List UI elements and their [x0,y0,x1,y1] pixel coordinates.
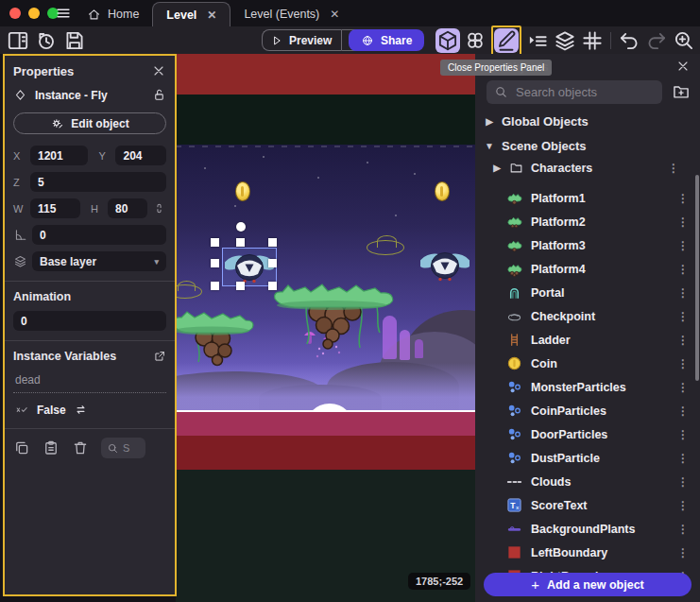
selection-handle[interactable] [211,238,219,247]
group-scene-objects[interactable]: ▼ Scene Objects [485,139,587,153]
selection-handle[interactable] [268,238,277,247]
selection-handle[interactable] [236,238,245,247]
history-icon[interactable] [34,28,59,53]
copy-icon[interactable] [13,439,30,456]
redo-icon[interactable] [644,28,669,53]
object-list-item[interactable]: DustParticle⋮ [475,446,700,470]
dots-icon[interactable]: ⋮ [677,263,689,276]
object-list-item[interactable]: CoinParticles⋮ [475,399,700,422]
minimize-window-button[interactable] [28,8,40,19]
platform-sprite[interactable] [176,307,257,371]
close-properties-icon[interactable] [151,63,166,78]
z-field[interactable] [30,172,166,192]
variables-search[interactable] [101,438,145,458]
undo-icon[interactable] [617,28,641,53]
preview-button[interactable]: Preview [262,29,341,51]
dots-icon[interactable]: ⋮ [668,162,679,175]
object-list-item[interactable]: Clouds⋮ [475,470,700,493]
object-list-item[interactable]: Platform2⋮ [475,210,700,233]
object-list-item[interactable]: Checkpoint⋮ [475,304,700,328]
dots-icon[interactable]: ⋮ [677,452,689,465]
angle-field[interactable] [32,225,166,245]
instances-list-icon[interactable] [525,28,550,53]
object-list-item[interactable]: DoorParticles⋮ [475,422,700,446]
layers-icon[interactable] [553,28,577,53]
objects-panel-icon[interactable] [435,28,460,53]
bottom-boundary-sprite[interactable] [176,436,475,470]
layer-select[interactable]: Base layer ▾ [32,251,166,271]
selection-handle[interactable] [268,259,277,267]
scene-canvas[interactable]: 1785;-252 [176,54,475,602]
height-field[interactable] [108,198,147,218]
trash-icon[interactable] [72,439,89,456]
folder-characters[interactable]: ▶ Characters ⋮ [492,161,691,175]
unlock-icon[interactable] [152,88,166,102]
dots-icon[interactable]: ⋮ [677,310,689,323]
close-window-button[interactable] [9,8,21,19]
selection-handle[interactable] [211,282,219,290]
paste-icon[interactable] [43,439,60,456]
object-list-item[interactable]: Platform3⋮ [475,233,700,257]
edit-object-button[interactable]: Edit object [13,112,166,134]
folder-plus-icon[interactable] [672,82,691,101]
dots-icon[interactable]: ⋮ [677,428,689,441]
ufo-doodle[interactable] [367,240,404,255]
dots-icon[interactable]: ⋮ [677,475,689,489]
dots-icon[interactable]: ⋮ [677,357,689,370]
variable-value-row[interactable]: False [13,401,166,419]
external-link-icon[interactable] [153,350,166,363]
swap-icon[interactable] [74,403,88,417]
add-object-button[interactable]: + Add a new object [484,573,691,596]
object-list-item[interactable]: LeftBoundary⋮ [475,541,700,564]
close-objects-icon[interactable] [675,59,691,74]
selection-handle[interactable] [268,282,277,290]
object-list-item[interactable]: Platform4⋮ [475,257,700,281]
object-list-item[interactable]: Portal⋮ [475,281,700,304]
tab-level-events[interactable]: Level (Events) ✕ [230,2,352,26]
ufo-doodle[interactable] [176,284,202,299]
dots-icon[interactable]: ⋮ [677,523,689,536]
object-groups-icon[interactable] [463,28,487,53]
animation-field[interactable] [13,311,166,331]
object-list-item[interactable]: MonsterParticles⋮ [475,375,700,399]
dots-icon[interactable]: ⋮ [677,192,689,205]
top-boundary-sprite[interactable] [176,54,475,95]
add-variable-icon[interactable] [158,439,175,456]
dots-icon[interactable]: ⋮ [677,381,689,394]
dots-icon[interactable]: ⋮ [677,286,689,300]
platform-sprite[interactable] [269,280,396,355]
coin-sprite[interactable] [235,181,250,201]
zoom-in-icon[interactable] [672,28,696,53]
dots-icon[interactable]: ⋮ [677,546,689,559]
fly-instance-selected[interactable] [225,249,274,285]
dots-icon[interactable]: ⋮ [677,499,689,512]
object-list-item[interactable]: Ladder⋮ [475,328,700,352]
tab-level[interactable]: Level ✕ [152,2,230,26]
rotation-handle[interactable] [236,222,246,232]
link-icon[interactable] [152,201,166,215]
fly-instance[interactable] [420,248,470,284]
close-tab-icon[interactable]: ✕ [207,9,216,22]
dots-icon[interactable]: ⋮ [677,334,689,347]
objects-scrollbar[interactable] [695,175,699,381]
dots-icon[interactable]: ⋮ [677,215,689,229]
object-list-item[interactable]: TxScoreText⋮ [475,493,700,517]
grid-icon[interactable] [580,28,605,53]
width-field[interactable] [30,198,80,218]
x-field[interactable] [30,146,88,165]
dots-icon[interactable]: ⋮ [677,239,689,252]
selection-handle[interactable] [236,282,245,290]
y-field[interactable] [115,146,166,165]
object-list-item[interactable]: Coin⋮ [475,352,700,375]
objects-search-input[interactable] [516,85,682,99]
variable-name[interactable]: dead [13,370,166,393]
share-button[interactable]: Share [349,29,424,51]
object-list-item[interactable]: Platform1⋮ [475,186,700,210]
menu-icon[interactable] [55,5,72,22]
tab-home[interactable]: Home [74,2,152,26]
close-tab-icon[interactable]: ✕ [330,8,339,21]
coin-sprite[interactable] [435,181,450,201]
panels-icon[interactable] [6,28,30,53]
selection-handle[interactable] [211,259,219,267]
group-global-objects[interactable]: ▶ Global Objects [485,114,589,129]
